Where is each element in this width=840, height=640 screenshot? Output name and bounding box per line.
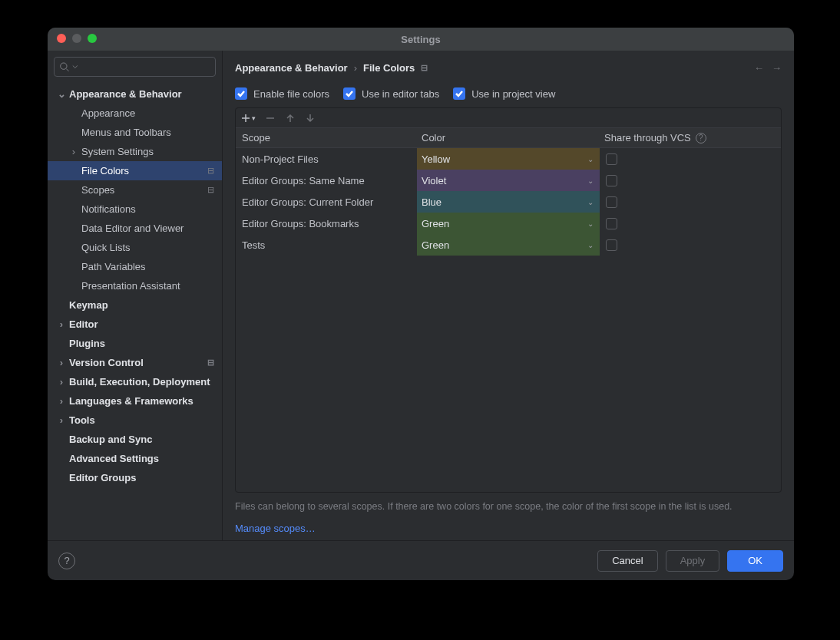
use-in-project-view-checkbox[interactable]: Use in project view	[453, 87, 555, 100]
project-badge-icon: ⊟	[207, 166, 214, 176]
ok-button[interactable]: OK	[727, 550, 783, 572]
sidebar-item[interactable]: Advanced Settings	[48, 449, 222, 468]
sidebar-item[interactable]: Presentation Assistant	[48, 276, 222, 295]
header-scope: Scope	[236, 132, 417, 144]
vcs-cell	[600, 191, 781, 213]
sidebar-item[interactable]: Plugins	[48, 334, 222, 353]
table-row[interactable]: Editor Groups: BookmarksGreen⌄	[236, 213, 781, 234]
checkbox-checked-icon	[343, 87, 356, 100]
search-icon	[59, 61, 69, 72]
help-button[interactable]: ?	[58, 553, 75, 569]
add-button[interactable]: ▾	[240, 113, 256, 124]
scope-cell: Editor Groups: Same Name	[236, 170, 417, 191]
help-icon[interactable]: ?	[696, 133, 706, 144]
scope-cell: Editor Groups: Bookmarks	[236, 213, 417, 234]
footer: ? Cancel Apply OK	[48, 540, 794, 580]
project-badge-icon: ⊟	[207, 358, 214, 368]
color-label: Green	[422, 218, 449, 229]
sidebar-item[interactable]: ›Editor	[48, 315, 222, 334]
search-input[interactable]	[54, 57, 216, 77]
sidebar-item[interactable]: Notifications	[48, 200, 222, 219]
color-cell[interactable]: Green⌄	[417, 234, 600, 256]
sidebar-item-label: Appearance	[81, 107, 135, 119]
forward-button[interactable]: →	[772, 62, 782, 74]
sidebar-item-label: Backup and Sync	[69, 434, 152, 445]
sidebar-item[interactable]: Keymap	[48, 295, 222, 315]
hint-text: Files can belong to several scopes. If t…	[235, 500, 782, 513]
table-row[interactable]: Non-Project FilesYellow⌄	[236, 148, 781, 170]
use-in-editor-tabs-checkbox[interactable]: Use in editor tabs	[343, 87, 439, 100]
table-header: Scope Color Share through VCS ?	[236, 128, 781, 148]
sidebar-item[interactable]: Menus and Toolbars	[48, 123, 222, 142]
sidebar-item-label: File Colors	[81, 165, 129, 176]
search-field[interactable]	[81, 61, 210, 73]
chevron-down-icon: ⌄	[587, 241, 594, 249]
sidebar-item-label: Scopes	[81, 184, 114, 196]
close-window-button[interactable]	[57, 34, 66, 43]
sidebar-item[interactable]: Editor Groups	[48, 468, 222, 487]
sidebar-item[interactable]: ›Languages & Frameworks	[48, 391, 222, 411]
sidebar: ⌄Appearance & BehaviorAppearanceMenus an…	[48, 51, 223, 540]
color-cell[interactable]: Yellow⌄	[417, 148, 600, 170]
sidebar-item[interactable]: Appearance	[48, 104, 222, 123]
sidebar-item[interactable]: ⌄Appearance & Behavior	[48, 84, 222, 104]
sidebar-item-label: Quick Lists	[81, 242, 131, 253]
chevron-right-icon: ›	[57, 414, 66, 426]
vcs-checkbox[interactable]	[606, 218, 617, 229]
svg-line-1	[66, 69, 68, 71]
sidebar-item[interactable]: Data Editor and Viewer	[48, 219, 222, 238]
sidebar-item[interactable]: Path Variables	[48, 257, 222, 276]
sidebar-item-label: Notifications	[81, 203, 136, 215]
breadcrumb: Appearance & Behavior › File Colors ⊟ ← …	[235, 58, 782, 77]
maximize-window-button[interactable]	[88, 34, 97, 43]
remove-button[interactable]	[265, 113, 276, 124]
titlebar: Settings	[48, 28, 794, 51]
vcs-checkbox[interactable]	[606, 196, 617, 208]
manage-scopes-link[interactable]: Manage scopes…	[235, 523, 782, 534]
vcs-cell	[600, 213, 781, 234]
minimize-window-button[interactable]	[72, 34, 81, 43]
chevron-down-icon: ⌄	[57, 88, 66, 100]
reset-icon[interactable]: ⊟	[421, 63, 428, 73]
sidebar-item[interactable]: ›System Settings	[48, 142, 222, 161]
move-up-button[interactable]	[285, 113, 296, 124]
chevron-down-icon: ⌄	[587, 155, 594, 163]
enable-file-colors-checkbox[interactable]: Enable file colors	[235, 87, 329, 100]
sidebar-item[interactable]: Scopes⊟	[48, 180, 222, 200]
sidebar-item-label: Keymap	[69, 299, 108, 311]
vcs-checkbox[interactable]	[606, 175, 617, 186]
table-row[interactable]: Editor Groups: Same NameViolet⌄	[236, 170, 781, 191]
sidebar-item[interactable]: ›Version Control⊟	[48, 353, 222, 372]
sidebar-item[interactable]: ›Build, Execution, Deployment	[48, 372, 222, 391]
cancel-button[interactable]: Cancel	[597, 550, 657, 572]
chevron-right-icon: ›	[57, 318, 66, 330]
project-badge-icon: ⊟	[207, 185, 214, 195]
table-row[interactable]: TestsGreen⌄	[236, 234, 781, 256]
color-cell[interactable]: Violet⌄	[417, 170, 600, 191]
vcs-cell	[600, 148, 781, 170]
sidebar-item[interactable]: Backup and Sync	[48, 430, 222, 449]
sidebar-item-label: Data Editor and Viewer	[81, 223, 184, 234]
breadcrumb-current: File Colors	[363, 62, 415, 74]
sidebar-item[interactable]: Quick Lists	[48, 238, 222, 257]
move-down-button[interactable]	[305, 113, 316, 124]
colors-panel: ▾ Scope Color Share thr	[235, 107, 782, 493]
color-label: Blue	[422, 196, 441, 208]
color-cell[interactable]: Blue⌄	[417, 191, 600, 213]
chevron-right-icon: ›	[57, 395, 66, 407]
vcs-checkbox[interactable]	[606, 153, 617, 165]
back-button[interactable]: ←	[754, 62, 764, 74]
sidebar-item[interactable]: ›Tools	[48, 411, 222, 430]
sidebar-item-label: Editor	[69, 318, 98, 330]
table-body: Non-Project FilesYellow⌄Editor Groups: S…	[236, 148, 781, 256]
apply-button[interactable]: Apply	[666, 550, 720, 572]
sidebar-item-label: Menus and Toolbars	[81, 127, 171, 138]
vcs-cell	[600, 234, 781, 256]
sidebar-item-label: Editor Groups	[69, 472, 136, 483]
sidebar-item[interactable]: File Colors⊟	[48, 161, 222, 180]
vcs-checkbox[interactable]	[606, 239, 617, 251]
table-row[interactable]: Editor Groups: Current FolderBlue⌄	[236, 191, 781, 213]
breadcrumb-parent[interactable]: Appearance & Behavior	[235, 62, 348, 74]
chevron-right-icon: ›	[354, 62, 357, 74]
color-cell[interactable]: Green⌄	[417, 213, 600, 234]
